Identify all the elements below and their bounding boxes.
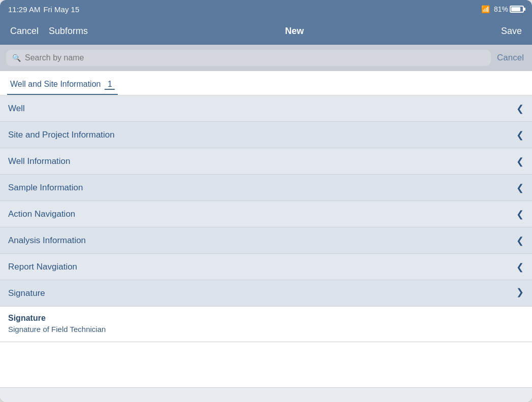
chevron-down-icon-report-navigation: ❮ bbox=[516, 261, 524, 273]
section-label-well: Well bbox=[8, 104, 25, 114]
section-label-well-information: Well Information bbox=[8, 156, 71, 166]
nav-left: Cancel Subforms bbox=[10, 24, 88, 39]
battery-bar bbox=[510, 6, 524, 13]
save-button[interactable]: Save bbox=[501, 26, 522, 37]
chevron-down-icon-site-project: ❮ bbox=[516, 129, 524, 141]
tab-label: Well and Site Information bbox=[10, 80, 101, 89]
tab-bar: Well and Site Information 1 bbox=[0, 71, 532, 95]
status-bar: 11:29 AM Fri May 15 📶 81% bbox=[0, 0, 532, 18]
status-right: 📶 81% bbox=[481, 5, 524, 13]
chevron-down-icon-sample-information: ❮ bbox=[516, 182, 524, 193]
signature-content: Signature Signature of Field Technician bbox=[0, 307, 532, 342]
tab-badge: 1 bbox=[105, 80, 115, 90]
section-label-action-navigation: Action Navigation bbox=[8, 209, 75, 219]
chevron-down-icon-well-information: ❮ bbox=[516, 156, 524, 167]
status-time: 11:29 AM bbox=[8, 5, 40, 14]
section-label-signature: Signature bbox=[8, 288, 45, 298]
chevron-down-icon-action-navigation: ❮ bbox=[516, 209, 524, 220]
section-row-site-project[interactable]: Site and Project Information ❮ bbox=[0, 122, 532, 148]
subforms-button[interactable]: Subforms bbox=[49, 24, 88, 39]
nav-bar: Cancel Subforms New Save bbox=[0, 18, 532, 45]
section-row-action-navigation[interactable]: Action Navigation ❮ bbox=[0, 201, 532, 227]
search-icon: 🔍 bbox=[12, 54, 21, 62]
section-label-sample-information: Sample Information bbox=[8, 183, 83, 193]
chevron-up-icon-signature: ❮ bbox=[516, 288, 524, 299]
search-bar: 🔍 Cancel bbox=[0, 45, 532, 71]
section-list: Well ❮ Site and Project Information ❮ We… bbox=[0, 95, 532, 402]
chevron-down-icon-analysis-information: ❮ bbox=[516, 235, 524, 246]
section-label-report-navigation: Report Navgiation bbox=[8, 262, 77, 272]
battery-container: 81% bbox=[494, 5, 524, 13]
section-row-well-information[interactable]: Well Information ❮ bbox=[0, 148, 532, 175]
app-container: 11:29 AM Fri May 15 📶 81% Cancel Subform… bbox=[0, 0, 532, 402]
signature-title: Signature bbox=[8, 314, 524, 323]
nav-title: New bbox=[285, 26, 304, 37]
signature-subtitle: Signature of Field Technician bbox=[8, 325, 524, 333]
battery-percent: 81% bbox=[494, 5, 508, 13]
status-date: Fri May 15 bbox=[43, 5, 79, 14]
tab-well-site-information[interactable]: Well and Site Information 1 bbox=[7, 75, 118, 95]
search-input-wrapper: 🔍 bbox=[6, 50, 491, 66]
status-left: 11:29 AM Fri May 15 bbox=[8, 5, 79, 14]
section-row-analysis-information[interactable]: Analysis Information ❮ bbox=[0, 227, 532, 254]
section-label-site-project: Site and Project Information bbox=[8, 130, 115, 140]
section-row-report-navigation[interactable]: Report Navgiation ❮ bbox=[0, 254, 532, 280]
chevron-down-icon-well: ❮ bbox=[516, 103, 524, 114]
battery-fill bbox=[511, 7, 520, 11]
section-label-analysis-information: Analysis Information bbox=[8, 236, 86, 246]
section-row-well[interactable]: Well ❮ bbox=[0, 95, 532, 122]
search-input[interactable] bbox=[25, 53, 485, 62]
signature-drawing-area[interactable] bbox=[0, 342, 532, 388]
search-cancel-button[interactable]: Cancel bbox=[495, 53, 526, 63]
section-row-sample-information[interactable]: Sample Information ❮ bbox=[0, 175, 532, 201]
wifi-icon: 📶 bbox=[481, 5, 490, 13]
section-row-signature[interactable]: Signature ❮ bbox=[0, 280, 532, 307]
cancel-button[interactable]: Cancel bbox=[10, 24, 39, 39]
